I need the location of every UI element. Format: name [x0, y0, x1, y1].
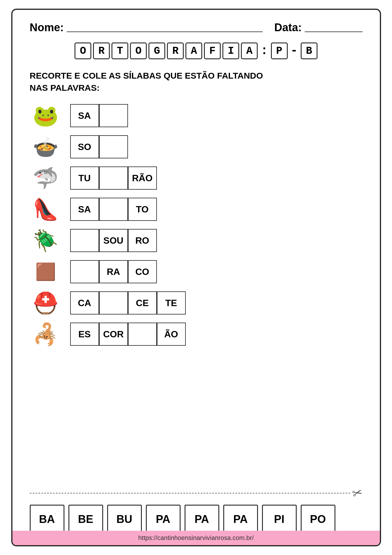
- syl-RA: RA: [99, 260, 128, 283]
- syl-empty-8: [128, 323, 157, 346]
- syllable-group-7: CA CE TE: [70, 291, 186, 314]
- title-box-O: O: [75, 42, 91, 59]
- word-row-7: ⛑️ CA CE TE: [30, 290, 363, 316]
- syl-empty-5: [70, 229, 99, 252]
- syl-empty-4: [99, 198, 128, 221]
- footer-url: https://cantinhoensinarvivianrosa.com.br…: [138, 534, 254, 541]
- word-rows: 🐸 SA 🍲 SO 🦈 TU RÃO 👠: [30, 103, 363, 479]
- syllable-group-3: TU RÃO: [70, 166, 157, 190]
- title-box-T: T: [112, 42, 128, 59]
- bowl-image: 🍲: [30, 134, 62, 160]
- scissors-icon: ✂: [351, 485, 364, 501]
- title-box-R2: R: [167, 42, 184, 59]
- frog-image: 🐸: [30, 103, 62, 129]
- helmet-image: ⛑️: [30, 290, 62, 316]
- syl-empty-3: [99, 166, 128, 190]
- card-PA3: PA: [223, 505, 258, 534]
- word-row-1: 🐸 SA: [30, 103, 363, 129]
- word-row-6: 🟫 RA CO: [30, 259, 363, 285]
- syl-SA-1: SA: [70, 104, 99, 127]
- data-underline: [305, 32, 363, 32]
- syl-ES: ES: [70, 323, 99, 346]
- nome-underline: [67, 32, 263, 32]
- syl-RO: RO: [128, 229, 157, 252]
- card-BA: BA: [30, 505, 64, 534]
- title-box-R: R: [93, 42, 110, 59]
- word-row-8: 🦂 ES COR ÃO: [30, 321, 363, 347]
- cards-row: BA BE BU PA PA PA PI PO: [30, 505, 363, 534]
- heel-image: 👠: [30, 196, 62, 222]
- title-box-O2: O: [130, 42, 147, 59]
- syl-AO: ÃO: [157, 323, 186, 346]
- syl-TU: TU: [70, 166, 99, 190]
- beetle-image: 🪲: [30, 227, 62, 254]
- syl-RAO: RÃO: [128, 166, 157, 190]
- shark-image: 🦈: [30, 165, 62, 191]
- syl-SA-4: SA: [70, 198, 99, 221]
- syl-empty-7: [99, 291, 128, 314]
- card-PI: PI: [262, 505, 297, 534]
- syl-empty-6: [70, 260, 99, 283]
- scorpion-image: 🦂: [30, 321, 62, 347]
- title-box-I: I: [222, 42, 239, 59]
- syl-COR: COR: [99, 323, 128, 346]
- syllable-group-6: RA CO: [70, 260, 157, 283]
- word-row-5: 🪲 SOU RO: [30, 227, 363, 254]
- syllable-group-2: SO: [70, 135, 128, 158]
- nome-label: Nome:: [30, 21, 64, 34]
- word-row-4: 👠 SA TO: [30, 196, 363, 222]
- footer: https://cantinhoensinarvivianrosa.com.br…: [12, 531, 380, 545]
- word-row-3: 🦈 TU RÃO: [30, 165, 363, 191]
- title-box-A: A: [185, 42, 202, 59]
- syllable-group-8: ES COR ÃO: [70, 323, 186, 346]
- title-box-F: F: [204, 42, 221, 59]
- card-PA2: PA: [185, 505, 219, 534]
- syllable-group-5: SOU RO: [70, 229, 157, 252]
- title-colon: :: [261, 44, 268, 58]
- syllable-group-1: SA: [70, 104, 128, 127]
- syl-CE: CE: [128, 291, 157, 314]
- syl-TO: TO: [128, 198, 157, 221]
- card-PO: PO: [301, 505, 335, 534]
- card-PA1: PA: [146, 505, 181, 534]
- page: Nome: Data: O R T O G R A F I A : P - B …: [11, 9, 381, 546]
- word-row-2: 🍲 SO: [30, 134, 363, 160]
- cut-line: ✂: [30, 486, 363, 500]
- title-box-B: B: [301, 42, 317, 59]
- dotted-line: [30, 493, 350, 493]
- title-box-G: G: [148, 42, 165, 59]
- syl-empty-2: [99, 135, 128, 158]
- syl-empty-1: [99, 104, 128, 127]
- instruction-text: RECORTE E COLE AS SÍLABAS QUE ESTÃO FALT…: [30, 70, 363, 94]
- syl-CO: CO: [128, 260, 157, 283]
- title-box-A2: A: [241, 42, 258, 59]
- title-row: O R T O G R A F I A : P - B: [30, 42, 363, 59]
- title-dash: -: [291, 44, 298, 58]
- syl-SO: SO: [70, 135, 99, 158]
- header-row: Nome: Data:: [30, 21, 363, 34]
- data-label: Data:: [274, 21, 302, 34]
- title-box-P: P: [271, 42, 288, 59]
- syllable-group-4: SA TO: [70, 198, 157, 221]
- syl-TE: TE: [157, 291, 186, 314]
- card-BU: BU: [107, 505, 142, 534]
- syl-CA: CA: [70, 291, 99, 314]
- card-BE: BE: [68, 505, 103, 534]
- mole-image: 🟫: [30, 259, 62, 285]
- syl-SOU: SOU: [99, 229, 128, 252]
